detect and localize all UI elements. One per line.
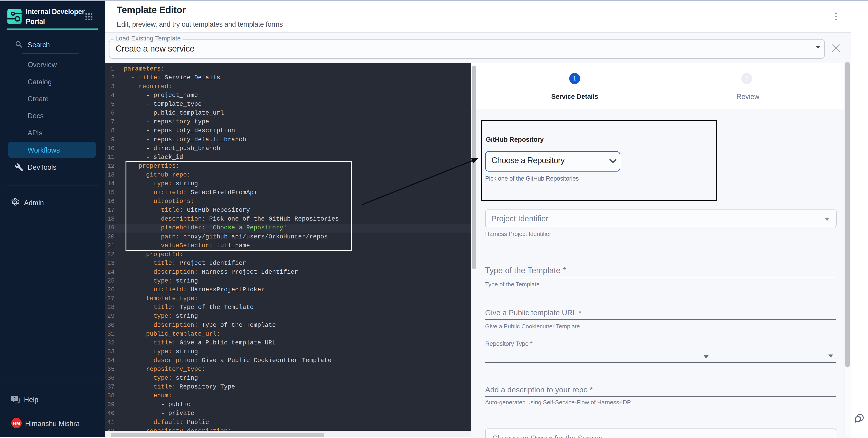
- svg-text:HM: HM: [13, 421, 20, 426]
- svg-text:?: ?: [13, 397, 16, 401]
